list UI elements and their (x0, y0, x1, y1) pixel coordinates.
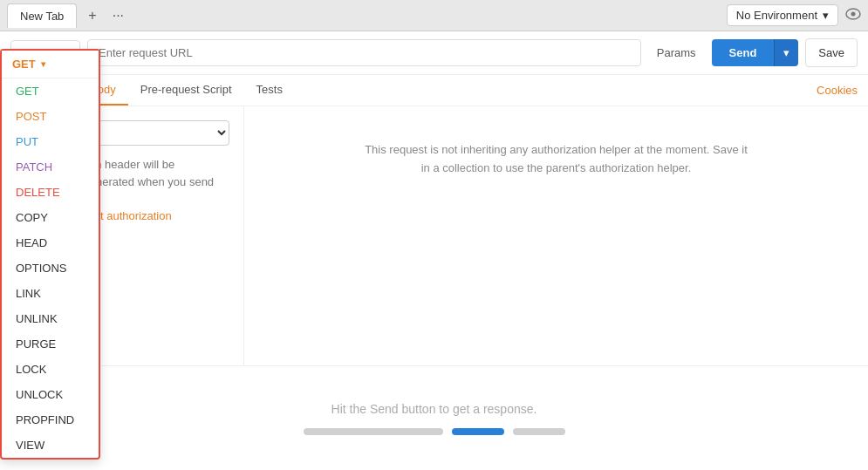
response-hint: Hit the Send button to get a response. (331, 402, 537, 416)
request-tabs-bar: Headers Body Pre-request Script Tests Co… (0, 75, 868, 106)
send-button-group: Send ▾ (712, 39, 799, 66)
tab-tests[interactable]: Tests (244, 75, 295, 106)
method-item-purge[interactable]: PURGE (2, 331, 99, 357)
method-item-unlink[interactable]: UNLINK (2, 306, 99, 331)
send-chevron-icon: ▾ (783, 46, 789, 59)
selected-method-label: GET (12, 58, 36, 71)
info-panel: This request is not inheriting any autho… (244, 106, 868, 365)
main-layout: GET ▾ GETPOSTPUTPATCHDELETECOPYHEADOPTIO… (0, 31, 868, 470)
new-tab-button[interactable]: + (84, 6, 100, 25)
tab-pre-request-label: Pre-request Script (140, 83, 232, 96)
method-item-copy[interactable]: COPY (2, 205, 99, 230)
method-item-post[interactable]: POST (2, 104, 99, 129)
params-button[interactable]: Params (648, 41, 705, 65)
browser-tab[interactable]: New Tab (7, 3, 77, 28)
save-button[interactable]: Save (805, 38, 858, 67)
send-dropdown-button[interactable]: ▾ (774, 39, 798, 66)
request-body-area: Type parent The authorization header wil… (0, 106, 868, 365)
tab-tests-label: Tests (256, 83, 283, 96)
method-item-propfind[interactable]: PROPFIND (2, 407, 99, 433)
cookies-label: Cookies (817, 84, 858, 97)
method-list: GETPOSTPUTPATCHDELETECOPYHEADOPTIONSLINK… (2, 78, 99, 458)
method-item-head[interactable]: HEAD (2, 230, 99, 255)
send-label: Send (729, 46, 757, 59)
save-label: Save (818, 46, 844, 59)
browser-bar: New Tab + ··· No Environment ▾ (0, 0, 868, 31)
cookies-link[interactable]: Cookies (817, 84, 858, 97)
dropdown-chevron-icon: ▾ (41, 59, 45, 69)
svg-point-1 (851, 11, 856, 16)
response-bar (304, 428, 565, 435)
env-dropdown[interactable]: No Environment ▾ (727, 4, 838, 26)
method-item-put[interactable]: PUT (2, 129, 99, 154)
tab-pre-request-script[interactable]: Pre-request Script (128, 75, 244, 106)
send-button[interactable]: Send (712, 39, 775, 66)
env-chevron-icon: ▾ (823, 9, 829, 22)
request-area: GET ▾ Params Send ▾ Save Headers (0, 31, 868, 470)
method-item-get[interactable]: GET (2, 78, 99, 104)
response-area: Hit the Send button to get a response. (0, 365, 868, 470)
response-bar-segment-3 (513, 428, 565, 435)
method-item-unlock[interactable]: UNLOCK (2, 382, 99, 407)
eye-button[interactable] (845, 8, 861, 24)
environment-selector: No Environment ▾ (727, 4, 861, 26)
method-item-delete[interactable]: DELETE (2, 180, 99, 205)
method-item-patch[interactable]: PATCH (2, 154, 99, 180)
response-bar-segment-2 (452, 428, 504, 435)
info-text: This request is not inheriting any autho… (360, 141, 753, 178)
method-item-link[interactable]: LINK (2, 281, 99, 306)
url-bar: GET ▾ Params Send ▾ Save (0, 31, 868, 75)
env-label: No Environment (736, 9, 817, 22)
method-dropdown: GET ▾ GETPOSTPUTPATCHDELETECOPYHEADOPTIO… (0, 49, 100, 460)
tab-label: New Tab (20, 10, 64, 23)
method-item-view[interactable]: VIEW (2, 433, 99, 458)
method-item-lock[interactable]: LOCK (2, 357, 99, 382)
url-input[interactable] (87, 39, 641, 66)
method-item-options[interactable]: OPTIONS (2, 255, 99, 281)
params-label: Params (657, 46, 696, 59)
response-bar-segment-1 (304, 428, 443, 435)
more-tabs-button[interactable]: ··· (108, 6, 128, 25)
method-dropdown-header[interactable]: GET ▾ (2, 51, 99, 78)
